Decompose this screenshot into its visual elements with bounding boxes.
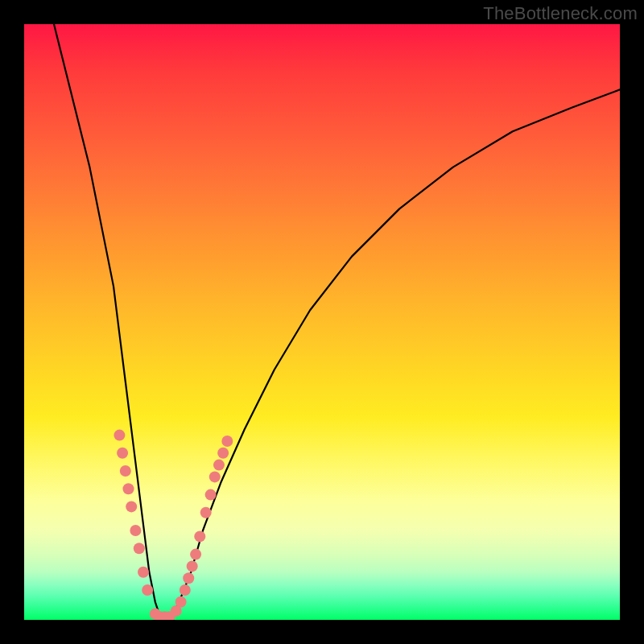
- highlight-dot: [134, 543, 145, 554]
- highlight-dot: [142, 584, 153, 596]
- highlight-dot: [120, 465, 131, 477]
- highlight-dot: [164, 611, 175, 620]
- highlight-dot: [155, 611, 166, 620]
- highlight-dot: [221, 436, 233, 447]
- highlight-dot: [114, 430, 125, 441]
- highlight-dot: [130, 525, 141, 536]
- highlight-dot: [183, 572, 194, 584]
- highlight-dot: [190, 549, 201, 560]
- highlight-dot: [138, 567, 149, 578]
- highlight-dot: [123, 483, 134, 494]
- chart-frame: TheBottleneck.com: [0, 0, 644, 644]
- highlight-dot: [180, 584, 191, 596]
- highlight-dot: [117, 448, 128, 459]
- watermark: TheBottleneck.com: [483, 3, 638, 24]
- highlight-dot: [159, 611, 171, 620]
- highlight-dot: [187, 560, 198, 572]
- plot-area: [24, 24, 620, 620]
- highlight-dot: [209, 471, 221, 482]
- highlight-dot: [205, 489, 217, 501]
- bottleneck-curve-path: [54, 24, 620, 620]
- highlight-dot: [171, 605, 182, 617]
- bottleneck-curve: [24, 24, 620, 620]
- highlight-dot: [175, 597, 187, 608]
- highlight-dot: [200, 507, 212, 518]
- highlight-dot: [217, 448, 229, 459]
- highlight-dot: [194, 530, 205, 542]
- highlight-dot: [213, 460, 225, 471]
- highlight-dot: [126, 501, 137, 512]
- highlight-dot: [150, 609, 161, 620]
